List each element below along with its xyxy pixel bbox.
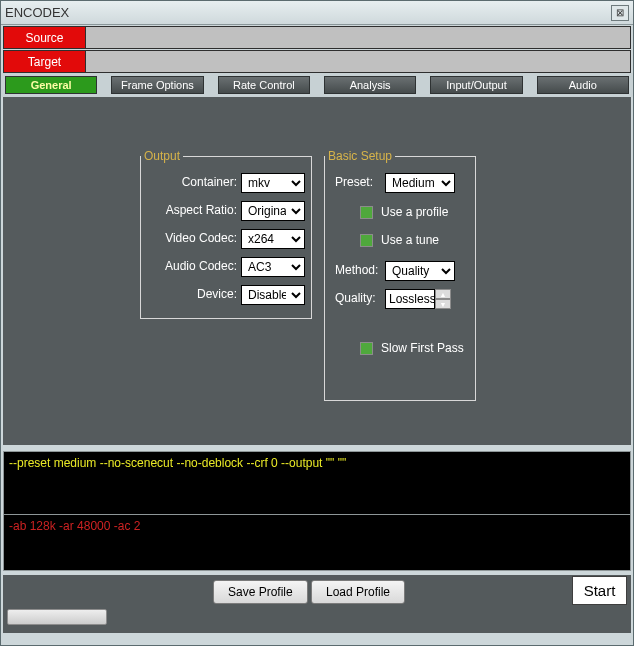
progress-bar: [7, 609, 107, 625]
acodec-label: Audio Codec:: [165, 259, 237, 273]
titlebar: ENCODEX ⊠: [1, 1, 633, 25]
use-profile-checkbox[interactable]: [360, 206, 373, 219]
tab-audio[interactable]: Audio: [537, 76, 629, 94]
file-selection: Source Target: [1, 25, 633, 73]
slow-first-pass-checkbox[interactable]: [360, 342, 373, 355]
bottom-bar: Save Profile Load Profile Start: [3, 575, 631, 633]
chevron-down-icon[interactable]: ▼: [435, 299, 451, 309]
window-title: ENCODEX: [5, 5, 611, 20]
start-button[interactable]: Start: [572, 576, 627, 605]
aspect-label: Aspect Ratio:: [166, 203, 237, 217]
save-profile-button[interactable]: Save Profile: [213, 580, 308, 604]
video-command-line: --preset medium --no-scenecut --no-deblo…: [3, 451, 631, 515]
vcodec-label: Video Codec:: [165, 231, 237, 245]
chevron-up-icon[interactable]: ▲: [435, 289, 451, 299]
tab-input-output[interactable]: Input/Output: [430, 76, 522, 94]
audio-command-line: -ab 128k -ar 48000 -ac 2: [3, 515, 631, 571]
tab-strip: General Frame Options Rate Control Analy…: [1, 73, 633, 97]
target-button[interactable]: Target: [4, 51, 86, 72]
aspect-select[interactable]: Original: [241, 201, 305, 221]
vcodec-select[interactable]: x264: [241, 229, 305, 249]
app-window: ENCODEX ⊠ Source Target General Frame Op…: [0, 0, 634, 646]
use-tune-label: Use a tune: [381, 233, 439, 247]
use-tune-checkbox[interactable]: [360, 234, 373, 247]
output-legend: Output: [141, 149, 183, 163]
preset-label: Preset:: [335, 175, 373, 189]
target-path: [86, 51, 630, 72]
quality-spinner[interactable]: [385, 289, 435, 309]
source-path: [86, 27, 630, 48]
output-group: Output Container: mkv Aspect Ratio: Orig…: [140, 149, 312, 319]
use-profile-label: Use a profile: [381, 205, 448, 219]
basic-legend: Basic Setup: [325, 149, 395, 163]
close-icon[interactable]: ⊠: [611, 5, 629, 21]
device-select[interactable]: Disabled: [241, 285, 305, 305]
tab-frame-options[interactable]: Frame Options: [111, 76, 203, 94]
container-select[interactable]: mkv: [241, 173, 305, 193]
source-row: Source: [3, 26, 631, 49]
tab-analysis[interactable]: Analysis: [324, 76, 416, 94]
video-cmd-text: --preset medium --no-scenecut --no-deblo…: [9, 456, 346, 470]
method-label: Method:: [335, 263, 378, 277]
acodec-select[interactable]: AC3: [241, 257, 305, 277]
preset-select[interactable]: Medium: [385, 173, 455, 193]
tab-general[interactable]: General: [5, 76, 97, 94]
audio-cmd-text: -ab 128k -ar 48000 -ac 2: [9, 519, 140, 533]
quality-label: Quality:: [335, 291, 376, 305]
device-label: Device:: [197, 287, 237, 301]
settings-panel: Output Container: mkv Aspect Ratio: Orig…: [3, 97, 631, 445]
slow-first-pass-label: Slow First Pass: [381, 341, 464, 355]
basic-setup-group: Basic Setup Preset: Medium Use a profile…: [324, 149, 476, 401]
load-profile-button[interactable]: Load Profile: [311, 580, 405, 604]
container-label: Container:: [182, 175, 237, 189]
method-select[interactable]: Quality: [385, 261, 455, 281]
tab-rate-control[interactable]: Rate Control: [218, 76, 310, 94]
target-row: Target: [3, 50, 631, 73]
source-button[interactable]: Source: [4, 27, 86, 48]
quality-stepper[interactable]: ▲ ▼: [435, 289, 451, 309]
